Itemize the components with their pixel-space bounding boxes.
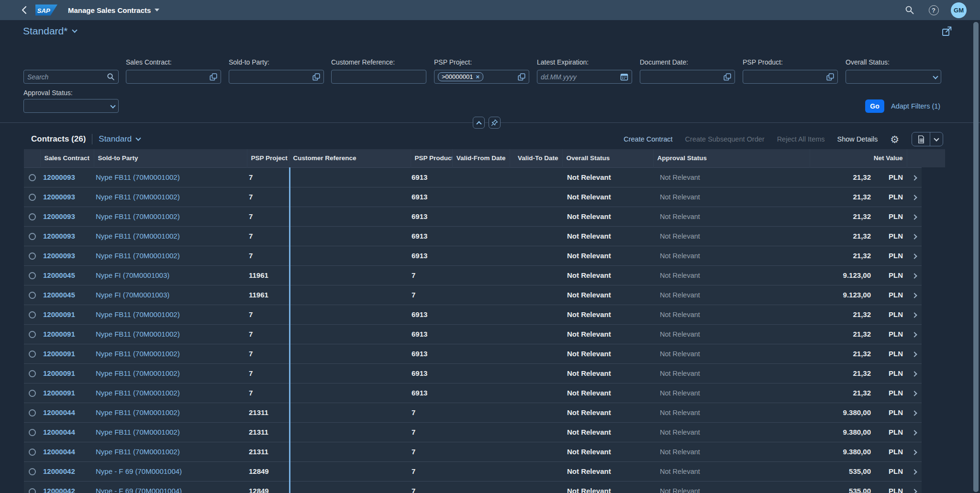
row-navigation-chevron-icon[interactable] [912, 351, 917, 357]
row-select-radio[interactable] [29, 449, 36, 456]
table-row[interactable]: 12000091 Nype FB11 (70M0001002) 7 6913 N… [24, 344, 922, 363]
sales-contract-link[interactable]: 12000093 [43, 232, 75, 240]
reject-all-items-button[interactable]: Reject All Items [777, 135, 825, 143]
search-input[interactable]: Search [23, 70, 119, 84]
row-navigation-chevron-icon[interactable] [912, 410, 917, 416]
table-row[interactable]: 12000091 Nype FB11 (70M0001002) 7 6913 N… [24, 383, 922, 403]
column-header-approval-status[interactable]: Approval Status [653, 149, 810, 167]
column-header-sales-contract[interactable]: Sales Contract [40, 149, 94, 167]
vertical-scrollbar[interactable] [973, 22, 979, 492]
row-select-radio[interactable] [29, 233, 36, 240]
column-header-psp-product[interactable]: PSP Product [411, 149, 452, 167]
sold-to-party-link[interactable]: Nype FB11 (70M0001002) [96, 428, 180, 436]
sold-to-party-link[interactable]: Nype FB11 (70M0001002) [96, 408, 180, 416]
table-row[interactable]: 12000091 Nype FB11 (70M0001002) 7 6913 N… [24, 305, 922, 324]
sales-contract-link[interactable]: 12000044 [43, 448, 75, 456]
row-select-radio[interactable] [29, 468, 36, 475]
sales-contract-link[interactable]: 12000045 [43, 271, 75, 279]
shell-search-icon[interactable] [903, 3, 916, 17]
create-contract-button[interactable]: Create Contract [624, 135, 672, 143]
filter-field-psp-project[interactable]: >00000001× [434, 70, 529, 84]
sales-contract-link[interactable]: 12000093 [43, 252, 75, 260]
row-navigation-chevron-icon[interactable] [912, 253, 917, 259]
sold-to-party-link[interactable]: Nype FB11 (70M0001002) [96, 350, 180, 358]
filter-token[interactable]: >00000001× [438, 72, 483, 81]
column-header-psp-project[interactable]: PSP Project [247, 149, 289, 167]
row-select-radio[interactable] [29, 351, 36, 358]
table-row[interactable]: 12000093 Nype FB11 (70M0001002) 7 6913 N… [24, 246, 922, 265]
adapt-filters-link[interactable]: Adapt Filters (1) [891, 102, 940, 110]
row-select-radio[interactable] [29, 174, 36, 181]
filter-field-document-date[interactable] [640, 70, 735, 84]
go-button[interactable]: Go [865, 99, 884, 113]
table-variant-selector[interactable]: Standard [99, 134, 140, 144]
value-help-icon[interactable] [724, 73, 731, 81]
filter-field-overall-status[interactable] [846, 70, 941, 84]
filter-field-customer-reference[interactable] [331, 70, 426, 84]
sales-contract-link[interactable]: 12000093 [43, 212, 75, 220]
table-settings-gear-icon[interactable]: ⚙ [890, 134, 899, 144]
row-navigation-chevron-icon[interactable] [912, 489, 917, 493]
table-row[interactable]: 12000091 Nype FB11 (70M0001002) 7 6913 N… [24, 363, 922, 383]
row-navigation-chevron-icon[interactable] [912, 175, 917, 180]
sold-to-party-link[interactable]: Nype - F 69 (70M0001004) [96, 487, 182, 493]
share-icon[interactable] [941, 25, 954, 38]
column-header-customer-reference[interactable]: Customer Reference [289, 149, 411, 167]
table-row[interactable]: 12000042 Nype - F 69 (70M0001004) 12849 … [24, 481, 922, 493]
sold-to-party-link[interactable]: Nype FI (70M0001003) [96, 291, 169, 299]
row-select-radio[interactable] [29, 331, 36, 338]
filter-field-sales-contract[interactable] [126, 70, 221, 84]
table-row[interactable]: 12000042 Nype - F 69 (70M0001004) 12849 … [24, 461, 922, 481]
sales-contract-link[interactable]: 12000045 [43, 291, 75, 299]
filter-field-latest-expiration[interactable]: dd.MM.yyyy [537, 70, 632, 84]
row-navigation-chevron-icon[interactable] [912, 293, 917, 298]
row-select-radio[interactable] [29, 252, 36, 260]
column-header-valid-to-date[interactable]: Valid-To Date [510, 149, 562, 167]
sold-to-party-link[interactable]: Nype FB11 (70M0001002) [96, 369, 180, 377]
row-navigation-chevron-icon[interactable] [912, 234, 917, 239]
sold-to-party-link[interactable]: Nype FB11 (70M0001002) [96, 310, 180, 318]
table-row[interactable]: 12000093 Nype FB11 (70M0001002) 7 6913 N… [24, 207, 922, 226]
show-details-button[interactable]: Show Details [837, 135, 878, 143]
column-header-net-value[interactable]: Net Value [810, 149, 907, 167]
app-title-menu[interactable]: Manage Sales Contracts [68, 6, 159, 14]
table-row[interactable]: 12000045 Nype FI (70M0001003) 11961 7 No… [24, 265, 922, 285]
table-row[interactable]: 12000044 Nype FB11 (70M0001002) 21311 7 … [24, 442, 922, 461]
sales-contract-link[interactable]: 12000042 [43, 487, 75, 493]
sales-contract-link[interactable]: 12000044 [43, 428, 75, 436]
value-help-icon[interactable] [210, 73, 217, 81]
row-navigation-chevron-icon[interactable] [912, 371, 917, 376]
sales-contract-link[interactable]: 12000091 [43, 389, 75, 397]
sold-to-party-link[interactable]: Nype FB11 (70M0001002) [96, 232, 180, 240]
pin-header-button[interactable] [489, 117, 501, 129]
row-select-radio[interactable] [29, 272, 36, 279]
row-navigation-chevron-icon[interactable] [912, 430, 917, 435]
sold-to-party-link[interactable]: Nype FB11 (70M0001002) [96, 252, 180, 260]
row-navigation-chevron-icon[interactable] [912, 332, 917, 337]
column-header-select[interactable] [24, 149, 40, 167]
filter-field-approval-status[interactable] [23, 99, 119, 113]
table-row[interactable]: 12000045 Nype FI (70M0001003) 11961 7 No… [24, 285, 922, 305]
filter-field-sold-to-party[interactable] [229, 70, 324, 84]
row-select-radio[interactable] [29, 390, 36, 397]
search-icon[interactable] [107, 73, 115, 81]
column-header-sold-to-party[interactable]: Sold-to Party [94, 149, 247, 167]
export-to-spreadsheet-button[interactable] [912, 132, 930, 146]
row-select-radio[interactable] [29, 429, 36, 436]
value-help-icon[interactable] [312, 73, 320, 81]
sold-to-party-link[interactable]: Nype FB11 (70M0001002) [96, 330, 180, 338]
collapse-header-button[interactable] [473, 117, 485, 129]
sales-contract-link[interactable]: 12000091 [43, 369, 75, 377]
page-variant-selector[interactable]: Standard* [23, 25, 77, 37]
table-row[interactable]: 12000093 Nype FB11 (70M0001002) 7 6913 N… [24, 226, 922, 246]
table-row[interactable]: 12000093 Nype FB11 (70M0001002) 7 6913 N… [24, 187, 922, 207]
table-row[interactable]: 12000044 Nype FB11 (70M0001002) 21311 7 … [24, 403, 922, 422]
back-icon[interactable] [18, 4, 30, 16]
remove-token-icon[interactable]: × [476, 73, 479, 80]
row-select-radio[interactable] [29, 311, 36, 318]
row-navigation-chevron-icon[interactable] [912, 195, 917, 200]
shell-help-icon[interactable]: ? [927, 3, 940, 17]
row-select-radio[interactable] [29, 409, 36, 416]
sold-to-party-link[interactable]: Nype FB11 (70M0001002) [96, 212, 180, 220]
export-menu-arrow-button[interactable] [930, 132, 943, 146]
